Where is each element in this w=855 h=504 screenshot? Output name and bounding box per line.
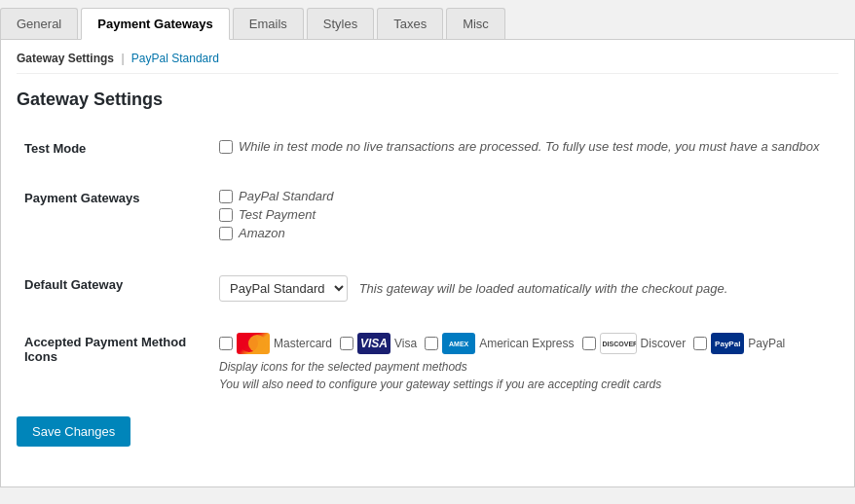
pg-test-row: Test Payment xyxy=(219,207,831,222)
breadcrumb-link[interactable]: PayPal Standard xyxy=(131,52,219,65)
spacer-row-3 xyxy=(17,311,838,323)
payment-icons-value: Mastercard VISA Visa AMEX American xyxy=(211,323,838,401)
amex-checkbox[interactable] xyxy=(425,337,438,350)
discover-icon: DISCOVER xyxy=(600,333,637,354)
default-gateway-row: Default Gateway PayPal Standard Test Pay… xyxy=(17,266,838,311)
paypal-checkbox[interactable] xyxy=(693,337,707,350)
visa-icon: VISA xyxy=(357,333,390,354)
pg-paypal-row: PayPal Standard xyxy=(219,189,831,203)
payment-icons-row: Accepted Payment Method Icons xyxy=(17,323,838,401)
mastercard-label: Mastercard xyxy=(274,337,332,350)
payment-gateways-row: Payment Gateways PayPal Standard Test Pa… xyxy=(17,179,838,254)
content-area: Gateway Settings | PayPal Standard Gatew… xyxy=(0,40,855,487)
paypal-label: PayPal xyxy=(748,337,785,350)
svg-point-1 xyxy=(248,335,266,352)
discover-checkbox[interactable] xyxy=(582,337,596,350)
tab-payment-gateways[interactable]: Payment Gateways xyxy=(81,8,230,40)
spacer-row-1 xyxy=(17,167,838,179)
paypal-icon: PayPal xyxy=(711,333,744,354)
test-mode-checkbox-row: While in test mode no live transactions … xyxy=(219,139,831,154)
default-gateway-select[interactable]: PayPal Standard Test Payment Amazon xyxy=(219,275,348,302)
payment-gateways-label: Payment Gateways xyxy=(17,179,211,254)
visa-checkbox[interactable] xyxy=(340,337,353,350)
payment-icons-list: Mastercard VISA Visa AMEX American xyxy=(219,333,831,354)
pg-amazon-row: Amazon xyxy=(219,226,831,240)
default-gateway-value: PayPal Standard Test Payment Amazon This… xyxy=(211,266,838,311)
amex-label: American Express xyxy=(479,337,574,350)
tab-styles[interactable]: Styles xyxy=(307,8,374,39)
tab-taxes[interactable]: Taxes xyxy=(377,8,443,39)
discover-item: DISCOVER Discover xyxy=(582,333,687,354)
test-mode-row: Test Mode While in test mode no live tra… xyxy=(17,129,838,167)
tab-emails[interactable]: Emails xyxy=(233,8,304,39)
test-mode-label: Test Mode xyxy=(17,129,211,167)
paypal-item: PayPal PayPal xyxy=(693,333,785,354)
test-mode-description: While in test mode no live transactions … xyxy=(239,139,819,154)
tabs-bar: General Payment Gateways Emails Styles T… xyxy=(0,0,855,40)
test-mode-checkbox[interactable] xyxy=(219,140,233,154)
pg-paypal-checkbox[interactable] xyxy=(219,190,233,203)
default-gateway-description: This gateway will be loaded automaticall… xyxy=(359,281,728,296)
mastercard-icon xyxy=(237,333,270,354)
mastercard-checkbox[interactable] xyxy=(219,337,233,350)
pg-amazon-label: Amazon xyxy=(239,226,285,240)
settings-table: Test Mode While in test mode no live tra… xyxy=(17,129,838,401)
payment-icons-helper1: Display icons for the selected payment m… xyxy=(219,360,831,374)
payment-icons-helper2: You will also need to configure your gat… xyxy=(219,378,831,391)
spacer-row-2 xyxy=(17,254,838,266)
section-title: Gateway Settings xyxy=(17,90,838,110)
payment-gateways-options: PayPal Standard Test Payment Amazon xyxy=(211,179,838,254)
pg-amazon-checkbox[interactable] xyxy=(219,227,233,240)
amex-item: AMEX American Express xyxy=(425,333,574,354)
pg-test-checkbox[interactable] xyxy=(219,208,233,222)
discover-label: Discover xyxy=(641,337,687,350)
payment-icons-label: Accepted Payment Method Icons xyxy=(17,323,211,401)
test-mode-value: While in test mode no live transactions … xyxy=(211,129,838,167)
pg-test-label: Test Payment xyxy=(239,207,316,222)
breadcrumb-label: Gateway Settings xyxy=(17,52,114,65)
pg-paypal-label: PayPal Standard xyxy=(239,189,334,203)
tab-general[interactable]: General xyxy=(0,8,78,39)
visa-item: VISA Visa xyxy=(340,333,417,354)
default-gateway-label: Default Gateway xyxy=(17,266,211,311)
amex-icon: AMEX xyxy=(442,333,475,354)
save-button[interactable]: Save Changes xyxy=(17,416,130,447)
mastercard-item: Mastercard xyxy=(219,333,332,354)
breadcrumb-separator: | xyxy=(121,52,124,65)
visa-label: Visa xyxy=(394,337,417,350)
breadcrumb: Gateway Settings | PayPal Standard xyxy=(17,52,838,74)
tab-misc[interactable]: Misc xyxy=(446,8,505,39)
